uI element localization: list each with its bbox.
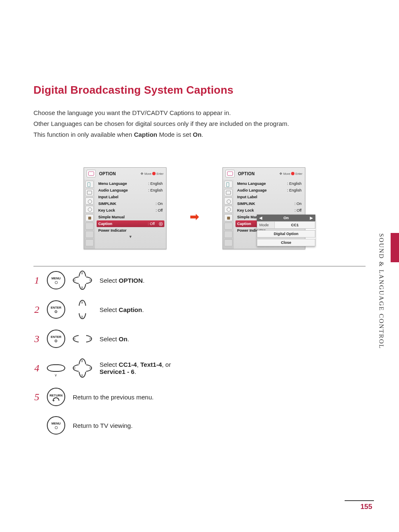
osd-item: Input Label xyxy=(97,194,164,200)
osd-category-icons xyxy=(223,179,234,249)
scroll-down-icon: ▼ xyxy=(97,235,164,239)
intro-line-1: Choose the language you want the DTV/CAD… xyxy=(33,108,366,118)
gear-icon xyxy=(224,197,233,205)
arrow-right-icon: ➡ xyxy=(190,210,199,223)
dpad-hint-icon: ✥ xyxy=(279,172,282,176)
clock-icon xyxy=(85,206,94,213)
step-4-text: Select CC1-4, Text1-4, or Service1 - 6. xyxy=(100,361,171,375)
picture-icon xyxy=(85,189,94,196)
misc-icon-2 xyxy=(224,231,233,238)
dpad-full-icon: ∧∨<> xyxy=(73,271,92,290)
page-rule xyxy=(345,500,374,501)
section-label: SOUND & LANGUAGE CONTROL xyxy=(378,233,385,349)
option-category-icon xyxy=(87,170,96,177)
dpad-full-icon: ∧∨<> xyxy=(73,358,92,378)
osd-item: Key Lock: Off xyxy=(236,207,302,214)
intro-line-3: This function in only available when Cap… xyxy=(33,130,366,139)
osd-item: SIMPLINK: On xyxy=(236,200,302,207)
misc-icon-1 xyxy=(224,223,233,230)
osd-item: Input Label xyxy=(236,194,302,200)
audio-icon xyxy=(85,181,94,188)
osd-right-wrap: OPTION ✥ Move Enter xyxy=(223,167,305,249)
option-category-icon xyxy=(225,170,235,177)
close-button: Close xyxy=(257,239,315,246)
intro-text: Choose the language you want the DTV/CAD… xyxy=(33,108,366,139)
osd-item-selected-caption: Caption : Off xyxy=(97,220,164,227)
dpad-vertical-icon: ∧∨<> xyxy=(73,300,92,319)
osd-left: OPTION ✥ Move Enter xyxy=(84,167,166,249)
osd-item: SIMPLINK: On xyxy=(97,200,164,207)
misc-icon-3 xyxy=(85,239,94,246)
page-number: 155 xyxy=(361,503,372,511)
step-6-text: Return to TV viewing. xyxy=(73,422,133,429)
gear-icon xyxy=(85,197,94,205)
dpad-horizontal-icon: ∧∨<> xyxy=(73,329,92,348)
step-1: 1 MENU ∧∨<> Select OPTION. xyxy=(33,271,366,290)
intro-line-2: Other Languages can be chosen for digita… xyxy=(33,119,366,128)
osd-item: Menu Language: English xyxy=(236,180,302,187)
step-3: 3 ENTER ⊙ ∧∨<> Select On. xyxy=(33,329,366,348)
step-5: 5 RETURN Return to the previous menu. xyxy=(33,388,366,406)
misc-icon-2 xyxy=(85,231,94,238)
enter-hint-icon xyxy=(152,172,156,175)
caption-mode-row: Mode CC1 xyxy=(257,221,315,229)
misc-icon-3 xyxy=(224,239,233,246)
audio-icon xyxy=(224,181,233,188)
step-5-text: Return to the previous menu. xyxy=(73,394,153,401)
caption-submenu: ◀ On ▶ Mode CC1 Digital Option Close xyxy=(257,215,315,246)
misc-icon-1 xyxy=(85,223,94,230)
digital-option-button: Digital Option xyxy=(257,230,315,238)
osd-item: Power Indicator xyxy=(97,227,164,234)
step-3-text: Select On. xyxy=(100,335,129,343)
divider xyxy=(33,266,366,266)
step-4: 4 ∨ ∧∨<> Select CC1-4, Text1-4, or Servi… xyxy=(33,358,366,378)
osd-category-icons xyxy=(84,179,95,249)
step-2-text: Select Caption. xyxy=(100,306,144,313)
osd-item: Key Lock: Off xyxy=(97,207,164,214)
clock-icon xyxy=(224,206,233,213)
dpad-down-icon: ∨ xyxy=(47,358,65,378)
menu-button-icon: MENU xyxy=(47,271,65,289)
enter-indicator-icon xyxy=(159,222,163,226)
section-tab xyxy=(391,233,399,262)
lock-icon xyxy=(85,214,94,221)
dpad-hint-icon: ✥ xyxy=(141,172,143,176)
osd-item: Menu Language: English xyxy=(97,180,164,187)
enter-button-icon: ENTER ⊙ xyxy=(47,330,65,348)
enter-hint-icon xyxy=(291,172,294,175)
osd-title: OPTION xyxy=(99,171,116,176)
step-6: MENU Return to TV viewing. xyxy=(33,416,366,435)
lock-icon xyxy=(224,214,233,221)
caption-on-selector: ◀ On ▶ xyxy=(257,215,315,221)
return-button-icon: RETURN xyxy=(47,388,65,406)
osd-item: Audio Language: English xyxy=(236,187,302,194)
step-1-text: Select OPTION. xyxy=(100,277,145,284)
menu-button-icon: MENU xyxy=(47,416,65,435)
left-triangle-icon: ◀ xyxy=(259,216,262,220)
picture-icon xyxy=(224,189,233,196)
enter-button-icon: ENTER ⊙ xyxy=(47,300,65,319)
osd-item: Audio Language: English xyxy=(97,187,164,194)
right-triangle-icon: ▶ xyxy=(310,216,313,220)
osd-hint: ✥ Move Enter xyxy=(141,172,164,176)
page-title: Digital Broadcasting System Captions xyxy=(33,84,366,97)
osd-item: Simple Manual xyxy=(97,214,164,220)
step-2: 2 ENTER ⊙ ∧∨<> Select Caption. xyxy=(33,300,366,319)
